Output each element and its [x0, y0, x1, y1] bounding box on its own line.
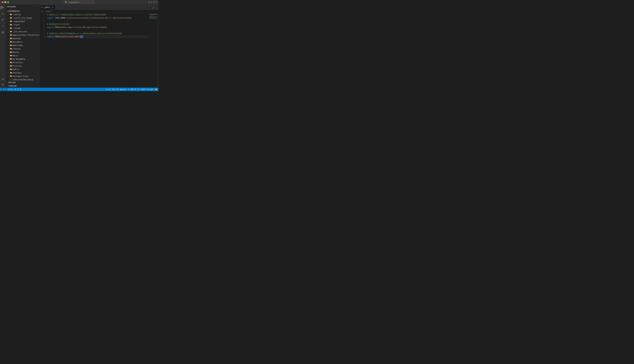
code-editor[interactable]: 12345678 # 配置Oracle ARM64位架构macOS版Java17…: [40, 13, 158, 88]
sidebar-item-sunlogin_files[interactable]: ›Sunlogin Files: [6, 74, 40, 78]
item-label: .zsh_sessions: [13, 30, 27, 33]
info-count[interactable]: ⓘ 0: [17, 88, 21, 90]
breadcrumb: $ › .zshrc: [40, 10, 158, 13]
layout-icon[interactable]: ⊟: [151, 1, 152, 3]
sidebar-item-pictures[interactable]: ›Pictures: [6, 64, 40, 68]
error-count[interactable]: ⊗ 0: [8, 88, 12, 90]
explorer-activity-icon[interactable]: ⎘: [1, 6, 5, 9]
source-control-activity-icon[interactable]: [1, 18, 5, 22]
svg-rect-8: [2, 32, 3, 32]
line-number-1: 1: [44, 13, 44, 16]
sidebar-item-soguoinput[interactable]: ›.soguoinput: [6, 20, 40, 23]
minimize-button[interactable]: [4, 1, 6, 3]
token: # 配置QQ的PATH环境变量: [47, 22, 69, 26]
chevron-icon: ›: [8, 51, 10, 53]
sidebar-item-documents[interactable]: ›Documents: [6, 40, 40, 44]
more-actions-icon[interactable]: ···: [154, 7, 158, 9]
svg-point-0: [2, 13, 3, 14]
notification-bell-icon[interactable]: 🔔: [155, 88, 157, 90]
line-ending[interactable]: LF: [138, 88, 140, 90]
run-debug-activity-icon[interactable]: [1, 24, 5, 28]
sidebar-item-downloads[interactable]: ›Downloads: [6, 44, 40, 47]
chevron-icon: ›: [8, 38, 10, 40]
sidebar-item-library[interactable]: ›Library: [6, 47, 40, 50]
sidebar-item-desktop[interactable]: ›Desktop: [6, 37, 40, 40]
file-icon: ≡: [10, 79, 11, 81]
status-bar-left: ⎇ X ⊗ 0 ⚠ 0 ⓘ 0: [1, 88, 21, 91]
tab-file-icon: $: [42, 6, 42, 8]
chevron-icon: ›: [8, 24, 10, 26]
file-icon: [10, 72, 12, 74]
item-label: .Trash: [13, 24, 19, 26]
titlebar-right-actions: ⊞ ⊟ ⊠ ⠿: [148, 1, 157, 3]
new-file-icon[interactable]: ···: [35, 6, 38, 8]
encoding[interactable]: UTF-8: [131, 88, 136, 90]
cursor-position[interactable]: Ln 8, Col 33: [106, 88, 118, 90]
language-mode[interactable]: Shell Script: [141, 88, 154, 90]
search-bar[interactable]: 🔍 liuguanglei: [64, 0, 95, 4]
item-label: Downloads: [13, 44, 23, 46]
code-line-7: # 使用JAVA_HOME环境变量配置Oracle ARM64位架构macOS版…: [47, 32, 148, 35]
sidebar-item-movies[interactable]: ›Movies: [6, 50, 40, 54]
code-content[interactable]: # 配置Oracle ARM64位架构macOS版Java17的JAVA_HOM…: [46, 13, 149, 88]
close-button[interactable]: [2, 1, 4, 3]
svg-point-3: [3, 19, 4, 20]
item-label: Music: [13, 54, 18, 57]
sidebar-tree: LIUGUANGLEI ›.config›.oracle_jre_usage›.…: [6, 9, 40, 81]
indentation[interactable]: Spaces: 4: [120, 88, 129, 90]
tab-close-button[interactable]: ✕: [52, 6, 53, 8]
search-activity-icon[interactable]: [1, 12, 5, 16]
sidebar-item-music[interactable]: ›Music: [6, 54, 40, 58]
chevron-icon: ›: [8, 55, 10, 56]
sidebar-item-trash[interactable]: ›.Trash: [6, 23, 40, 26]
chevron-icon: ›: [8, 14, 10, 16]
file-icon: [10, 44, 12, 47]
token: =$PATH:$JAVA_HOME/: [60, 35, 80, 38]
sidebar-item-public[interactable]: ›Public: [6, 68, 40, 71]
file-icon: [10, 41, 12, 43]
code-line-3: [47, 20, 148, 22]
item-label: Applications (Parallels): [13, 34, 40, 36]
sidebar-item-config[interactable]: ›.config: [6, 13, 40, 16]
timeline-chevron: ›: [7, 85, 8, 87]
tab-bar: $ .zshrc ✕ ⊟ ···: [40, 4, 158, 10]
sidebar-item-parallels[interactable]: ›Parallels: [6, 61, 40, 64]
sidebar-item-oracle_jre_usage[interactable]: ›.oracle_jre_usage: [6, 16, 40, 20]
chevron-icon: ›: [8, 48, 10, 50]
sidebar-item-sunlogin[interactable]: ›Sunlogin: [6, 71, 40, 74]
sidebar-header: Explorer ···: [6, 4, 40, 9]
tab-zshrc[interactable]: $ .zshrc ✕: [40, 5, 56, 10]
settings-activity-icon[interactable]: [1, 83, 5, 86]
token: =$PATH:/Applications/QQ.app/Contents/Mac…: [60, 26, 107, 29]
panel-icon[interactable]: ⊠: [153, 1, 154, 3]
svg-line-1: [3, 14, 4, 15]
root-folder-label[interactable]: LIUGUANGLEI: [6, 9, 40, 13]
file-icon: [10, 37, 12, 40]
sidebar-item-cfusertextencoding[interactable]: ≡.CFUserTextEncoding: [6, 78, 40, 81]
sidebar-item-vscode[interactable]: ›.vscode: [6, 26, 40, 30]
warning-count[interactable]: ⚠ 0: [13, 88, 16, 90]
tab-bar-actions: ⊟ ···: [152, 7, 158, 10]
line-number-3: 3: [44, 20, 44, 22]
sidebar-item-applications_parallels[interactable]: ›Applications (Parallels): [6, 33, 40, 37]
minimap-scrollbar[interactable]: [158, 13, 158, 88]
chevron-icon: ›: [8, 75, 10, 77]
extensions-activity-icon[interactable]: [1, 30, 5, 34]
file-icon: [10, 65, 12, 67]
chevron-icon: ›: [8, 44, 10, 46]
item-label: Library: [13, 48, 20, 50]
branch-indicator[interactable]: ⎇ X: [1, 88, 7, 91]
account-activity-icon[interactable]: [1, 77, 5, 81]
maximize-button[interactable]: [7, 1, 9, 3]
timeline-section[interactable]: › TIMELINE: [6, 84, 40, 88]
split-editor-icon[interactable]: ⊞: [148, 1, 150, 3]
code-line-2: export JAVA_HOME=/Library/Java/JavaVirtu…: [47, 16, 148, 20]
more-icon[interactable]: ⠿: [156, 1, 157, 3]
sidebar-item-zsh_sessions[interactable]: ›.zsh_sessions: [6, 30, 40, 33]
file-icon: [10, 30, 12, 33]
outline-section[interactable]: › OUTLINE: [6, 81, 40, 84]
token: export: [47, 16, 55, 20]
sidebar-item-mywangwang[interactable]: ›My WangWang: [6, 58, 40, 61]
split-right-icon[interactable]: ⊟: [152, 7, 154, 9]
item-label: .config: [13, 14, 20, 16]
